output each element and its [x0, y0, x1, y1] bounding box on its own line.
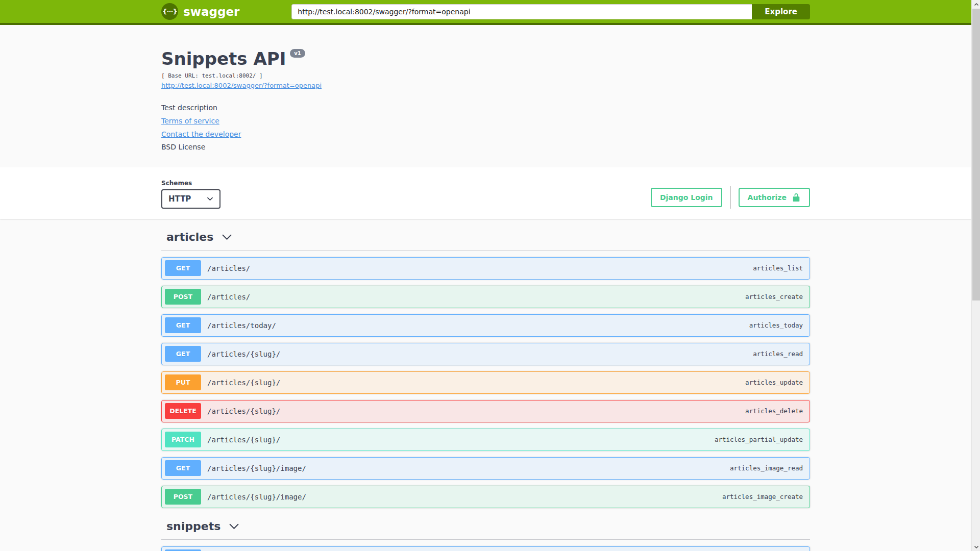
info-section: Snippets API v1 [ Base URL: test.local:8…: [0, 25, 971, 167]
base-url-text: [ Base URL: test.local:8002/ ]: [161, 72, 810, 79]
operation-path: /articles/{slug}/: [207, 436, 280, 444]
operation-path: /articles/: [207, 264, 250, 272]
page-title: Snippets API: [161, 48, 286, 70]
operation-id: articles_image_create: [722, 493, 803, 500]
method-badge: POST: [165, 489, 201, 505]
chevron-down-icon: [974, 544, 979, 549]
operations-container: articles GET /articles/ articles_list PO…: [161, 227, 810, 551]
tag-section: articles GET /articles/ articles_list PO…: [161, 227, 810, 508]
operations-list: GET /articles/ articles_list POST /artic…: [161, 257, 810, 508]
scheme-container: Schemes HTTP Django Login Authorize: [0, 167, 971, 219]
operation-path: /articles/{slug}/image/: [207, 493, 306, 501]
operation-path: /articles/{slug}/: [207, 407, 280, 415]
method-badge: GET: [165, 460, 201, 476]
operation-row[interactable]: PATCH /articles/{slug}/ articles_partial…: [161, 429, 810, 451]
method-badge: DELETE: [165, 403, 201, 419]
operation-row[interactable]: GET /articles/{slug}/image/ articles_ima…: [161, 457, 810, 480]
operation-row[interactable]: POST /articles/{slug}/image/ articles_im…: [161, 486, 810, 508]
operation-path: /articles/today/: [207, 321, 276, 330]
tag-section: snippets GET /snippets/ snippets_list: [161, 516, 810, 551]
method-badge: GET: [165, 317, 201, 333]
tag-header-snippets[interactable]: snippets: [161, 516, 810, 540]
tag-title: articles: [166, 231, 213, 243]
explore-button[interactable]: Explore: [752, 4, 810, 19]
spec-url-form: Explore: [291, 4, 810, 19]
operation-id: articles_list: [753, 264, 803, 272]
operation-row[interactable]: POST /articles/ articles_create: [161, 286, 810, 308]
operation-id: articles_read: [753, 350, 803, 358]
chevron-down-icon: [207, 195, 213, 202]
spec-link[interactable]: http://test.local:8002/swagger/?format=o…: [161, 82, 322, 89]
scrollbar-thumb[interactable]: [972, 9, 980, 300]
method-badge: PUT: [165, 374, 201, 390]
scroll-up-button[interactable]: [972, 0, 980, 9]
scroll-down-button[interactable]: [972, 542, 980, 551]
operation-id: articles_today: [749, 321, 803, 329]
schemes-group: Schemes HTTP: [161, 180, 220, 209]
operations-list: GET /snippets/ snippets_list: [161, 546, 810, 551]
spec-url-input[interactable]: [291, 4, 752, 19]
operation-id: articles_create: [745, 293, 803, 300]
operation-row[interactable]: GET /articles/ articles_list: [161, 257, 810, 280]
django-login-label: Django Login: [660, 193, 713, 202]
operation-row[interactable]: DELETE /articles/{slug}/ articles_delete: [161, 400, 810, 422]
authorize-label: Authorize: [748, 193, 787, 202]
operation-row[interactable]: GET /snippets/ snippets_list: [161, 546, 810, 551]
chevron-down-icon[interactable]: [222, 232, 232, 242]
operation-row[interactable]: PUT /articles/{slug}/ articles_update: [161, 371, 810, 394]
authorize-button[interactable]: Authorize: [739, 188, 810, 207]
method-badge: GET: [165, 260, 201, 276]
chevron-down-icon[interactable]: [229, 521, 239, 532]
method-badge: POST: [165, 289, 201, 305]
method-badge: PATCH: [165, 432, 201, 447]
method-badge: GET: [165, 346, 201, 362]
operation-row[interactable]: GET /articles/today/ articles_today: [161, 314, 810, 337]
operation-id: articles_partial_update: [715, 436, 803, 443]
version-badge: v1: [290, 49, 305, 58]
swagger-logo-icon: [161, 3, 178, 20]
topbar: swagger Explore: [0, 0, 971, 25]
operation-path: /articles/: [207, 293, 250, 301]
tag-header-articles[interactable]: articles: [161, 227, 810, 251]
license-text: BSD License: [161, 143, 810, 151]
auth-divider: [730, 186, 731, 209]
scheme-select[interactable]: HTTP: [161, 189, 220, 209]
operation-path: /articles/{slug}/image/: [207, 464, 306, 472]
brand-name: swagger: [183, 5, 239, 18]
schemes-label: Schemes: [161, 180, 220, 187]
contact-developer-link[interactable]: Contact the developer: [161, 130, 241, 138]
operation-row[interactable]: GET /articles/{slug}/ articles_read: [161, 343, 810, 365]
operation-id: articles_image_read: [730, 464, 803, 472]
swagger-logo: swagger: [161, 3, 239, 20]
chevron-up-icon: [974, 2, 979, 7]
django-login-button[interactable]: Django Login: [651, 188, 722, 207]
scrollbar[interactable]: [971, 0, 980, 551]
unlock-icon: [792, 193, 801, 202]
operation-id: articles_update: [745, 379, 803, 386]
auth-wrapper: Django Login Authorize: [651, 186, 810, 209]
terms-of-service-link[interactable]: Terms of service: [161, 117, 219, 125]
api-description: Test description: [161, 104, 810, 112]
scheme-selected-value: HTTP: [168, 194, 191, 204]
operation-path: /articles/{slug}/: [207, 350, 280, 358]
operation-path: /articles/{slug}/: [207, 379, 280, 387]
tag-title: snippets: [166, 520, 220, 533]
operation-id: articles_delete: [745, 407, 803, 415]
